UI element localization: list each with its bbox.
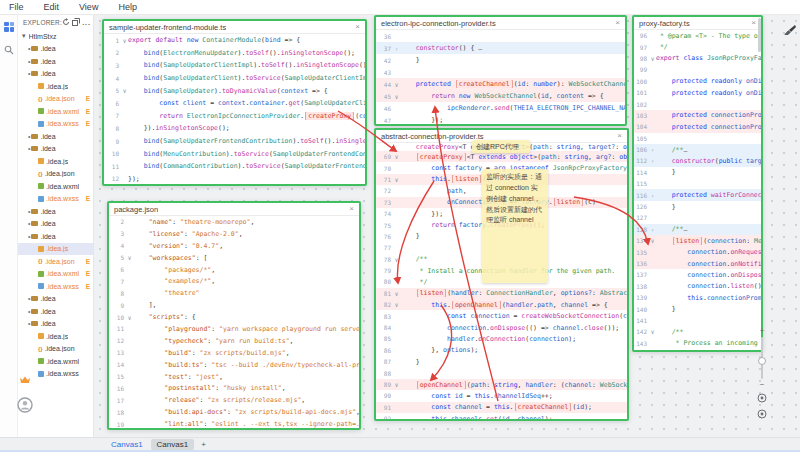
- linked-token[interactable]: listen: [452, 175, 481, 183]
- tree-item[interactable]: •.idea: [18, 218, 93, 231]
- linked-token[interactable]: listen: [417, 289, 446, 297]
- tree-item[interactable]: .idea.js: [18, 155, 93, 168]
- code-line: 135 connection.onRequest((prop,: [634, 246, 761, 257]
- annotation-note-create-rpc-proxy[interactable]: 创建RPC代理: [472, 140, 530, 153]
- code-line: 2 bind(ElectronMenuUpdater).toSelf().inS…: [104, 47, 365, 60]
- tree-item[interactable]: .idea.wxmlE: [18, 268, 93, 281]
- folder-icon: [31, 134, 38, 139]
- search-icon[interactable]: [3, 44, 14, 55]
- tree-item[interactable]: •.idea: [18, 305, 93, 318]
- tree-item-label: .idea: [40, 58, 55, 65]
- tree-item[interactable]: •.idea: [18, 43, 93, 56]
- code-line: 137 connection.onDispose(() => thi: [634, 269, 761, 280]
- tree-item[interactable]: {}.idea.json: [18, 168, 93, 181]
- explorer-header: EXPLORER:HTM... ...: [18, 15, 93, 30]
- tree-item[interactable]: .idea.js: [18, 243, 93, 256]
- folder-icon: [31, 309, 38, 314]
- code-line: 6 "packages/*",: [109, 264, 359, 276]
- linked-token[interactable]: openChannel: [452, 301, 501, 309]
- tree-item[interactable]: {}.idea.jsonE: [18, 93, 93, 106]
- close-icon[interactable]: ×: [349, 205, 354, 213]
- user-avatar[interactable]: [17, 397, 33, 415]
- bullet-icon: •: [28, 70, 30, 77]
- tree-item[interactable]: .idea.wxmlE: [18, 105, 93, 118]
- tree-item[interactable]: .idea.wxssE: [18, 193, 93, 206]
- tree-item-label: .idea.wxml: [46, 358, 79, 365]
- zoom-slider[interactable]: [761, 337, 763, 379]
- canvas-area[interactable]: sample-updater-frontend-module.ts× 1∨exp…: [94, 15, 800, 437]
- code-window-electron-ipc-connection-provider[interactable]: electron-ipc-connection-provider.ts× 363…: [374, 15, 627, 126]
- code-window-package-json[interactable]: package.json× 2 "name": "theatre-monorep…: [107, 201, 361, 430]
- explorer-icon[interactable]: [3, 21, 14, 32]
- refresh-icon[interactable]: [62, 18, 70, 27]
- tree-item[interactable]: {}.idea.json: [18, 343, 93, 356]
- tree-item[interactable]: .idea.wxssE: [18, 118, 93, 131]
- tree-item[interactable]: •.idea: [18, 55, 93, 68]
- zoom-slider-handle[interactable]: [758, 357, 766, 365]
- tree-item[interactable]: •.idea: [18, 230, 93, 243]
- window-titlebar[interactable]: proxy-factory.ts×: [634, 17, 761, 30]
- code-line: 140 }: [634, 303, 761, 314]
- folder-icon: [31, 71, 38, 76]
- scrollbar-thumb[interactable]: [758, 18, 761, 52]
- code-line: 46 ipcRenderer.send(THEIA_ELECTRON_IPC_C…: [376, 102, 625, 114]
- linked-token[interactable]: listen: [673, 237, 702, 245]
- tree-item[interactable]: {}.idea.jsonE: [18, 255, 93, 268]
- canvas-tab[interactable]: Canvas1: [151, 439, 195, 450]
- code-line: 128› /**…: [634, 224, 761, 235]
- code-window-sample-updater-frontend-module[interactable]: sample-updater-frontend-module.ts× 1∨exp…: [102, 19, 367, 186]
- window-titlebar[interactable]: electron-ipc-connection-provider.ts×: [376, 17, 625, 30]
- bullet-icon: •: [28, 320, 30, 327]
- menu-edit[interactable]: Edit: [44, 2, 60, 12]
- tree-item[interactable]: •.idea: [18, 68, 93, 81]
- premium-crown-icon[interactable]: [19, 375, 31, 387]
- linked-token[interactable]: createProxy: [417, 153, 466, 161]
- linked-token[interactable]: createChannel: [456, 80, 513, 88]
- linked-token[interactable]: listen: [554, 198, 583, 206]
- zoom-out-button[interactable]: −: [760, 381, 765, 389]
- menu-view[interactable]: View: [79, 2, 98, 12]
- code-window-proxy-factory[interactable]: proxy-factory.ts× 96 * @param <T> - The …: [632, 15, 763, 352]
- brush-icon[interactable]: [782, 23, 797, 40]
- code-line: 16 "postinstall": "husky install",: [109, 382, 359, 394]
- tree-item[interactable]: •.idea: [18, 130, 93, 143]
- menu-help[interactable]: Help: [118, 2, 137, 12]
- tree-item-label: .idea.js: [46, 245, 68, 252]
- close-icon[interactable]: ×: [617, 132, 622, 140]
- close-icon[interactable]: ×: [751, 19, 756, 27]
- code-line: 37› constructor() { …: [376, 42, 625, 54]
- tree-item[interactable]: •.idea: [18, 205, 93, 218]
- linked-token[interactable]: createProxy: [305, 112, 354, 120]
- tree-item[interactable]: .idea.js: [18, 330, 93, 343]
- code-line: 114 }: [634, 167, 761, 178]
- code-line: 105: [634, 133, 761, 144]
- tree-item[interactable]: .idea.wxml: [18, 180, 93, 193]
- canvas-tab[interactable]: Canvas1: [105, 439, 149, 450]
- tree-item[interactable]: •.idea: [18, 143, 93, 156]
- json-file-icon: {}: [38, 258, 43, 264]
- annotation-note-listen-explanation[interactable]: 监听的实质是：通过 connection 实例创建 channel，然后设置新建…: [482, 169, 548, 283]
- tree-item[interactable]: .idea.js: [18, 80, 93, 93]
- code-line: 138 connection.listen();: [634, 281, 761, 292]
- tree-item[interactable]: ▾HtlmStxz: [18, 30, 93, 43]
- tree-item[interactable]: •.idea: [18, 293, 93, 306]
- tree-item[interactable]: .idea.wxml: [18, 355, 93, 368]
- status-badge: E: [86, 120, 90, 127]
- code-line: 3 bind(SampleUpdaterClientImpl).toSelf()…: [104, 59, 365, 72]
- close-icon[interactable]: ×: [355, 23, 360, 31]
- more-icon[interactable]: ...: [82, 19, 91, 26]
- tree-item[interactable]: .idea.wxssE: [18, 280, 93, 293]
- linked-token[interactable]: openChannel: [417, 381, 466, 389]
- center-view-icon[interactable]: [757, 409, 767, 421]
- window-titlebar[interactable]: sample-updater-frontend-module.ts×: [104, 21, 365, 34]
- add-canvas-button[interactable]: +: [196, 439, 211, 450]
- menu-file[interactable]: File: [9, 2, 24, 12]
- collapse-all-icon[interactable]: [72, 18, 80, 27]
- linked-token[interactable]: createChannel: [515, 403, 572, 411]
- fit-view-icon[interactable]: [757, 393, 767, 405]
- window-titlebar[interactable]: package.json×: [109, 203, 359, 216]
- close-icon[interactable]: ×: [615, 19, 620, 27]
- tree-item[interactable]: •.idea: [18, 318, 93, 331]
- zoom-in-button[interactable]: +: [760, 327, 765, 335]
- wxml-file-icon: [38, 271, 44, 277]
